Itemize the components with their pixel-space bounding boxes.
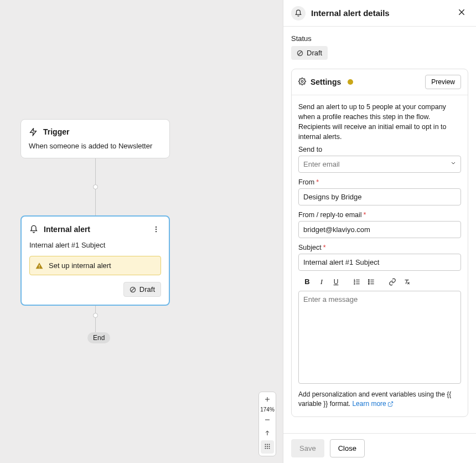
svg-line-40: [390, 402, 392, 404]
trigger-card[interactable]: Trigger When someone is added to Newslet…: [20, 119, 170, 158]
italic-button[interactable]: I: [317, 277, 326, 286]
warning-dot-icon: [348, 79, 353, 85]
close-button[interactable]: Close: [330, 439, 365, 457]
panel-header: Internal alert details: [283, 0, 476, 27]
flow-canvas[interactable]: Trigger When someone is added to Newslet…: [0, 0, 283, 463]
svg-point-11: [265, 444, 266, 445]
svg-point-2: [156, 231, 157, 232]
svg-point-15: [267, 446, 268, 447]
clear-formatting-button[interactable]: [402, 277, 411, 286]
svg-point-0: [156, 227, 157, 228]
svg-point-14: [265, 446, 266, 447]
learn-more-link[interactable]: Learn more: [352, 400, 393, 408]
panel-footer: Save Close: [283, 433, 476, 463]
connector-add-dot[interactable]: [93, 184, 98, 189]
alert-card-title: Internal alert: [44, 225, 90, 234]
connector-add-dot[interactable]: [93, 313, 98, 318]
from-label: From*: [298, 178, 461, 186]
svg-point-36: [368, 283, 369, 284]
zoom-out-button[interactable]: [259, 414, 276, 426]
preview-button[interactable]: Preview: [425, 75, 461, 89]
bold-button[interactable]: B: [303, 277, 312, 286]
more-icon[interactable]: [151, 224, 161, 234]
subject-label: Subject*: [298, 244, 461, 251]
status-label: Status: [291, 34, 468, 43]
draft-status-icon: [297, 50, 303, 56]
svg-point-12: [267, 444, 268, 445]
alert-card-subject: Internal alert #1 Subject: [29, 241, 161, 249]
from-input[interactable]: [298, 188, 461, 205]
grid-button[interactable]: [261, 440, 274, 454]
svg-point-1: [156, 229, 157, 230]
panel-body: Status Draft Settings Preview Send an al…: [283, 27, 476, 433]
svg-line-6: [131, 288, 134, 291]
underline-button[interactable]: U: [332, 277, 340, 286]
zoom-in-button[interactable]: [259, 393, 276, 405]
svg-point-24: [301, 80, 303, 83]
close-icon[interactable]: [455, 6, 468, 20]
alert-warning-text: Set up internal alert: [49, 261, 111, 270]
reply-to-label: From / reply-to email*: [298, 211, 461, 219]
details-panel: Internal alert details Status Draft Sett…: [283, 0, 476, 463]
trigger-title: Trigger: [43, 127, 69, 136]
svg-rect-3: [39, 265, 39, 267]
zoom-percent: 174%: [259, 405, 276, 414]
internal-alert-card[interactable]: Internal alert Internal alert #1 Subject…: [20, 215, 170, 306]
end-node: End: [87, 332, 110, 343]
svg-point-19: [269, 448, 270, 449]
trigger-description: When someone is added to Newsletter: [29, 142, 162, 150]
panel-title-text: Internal alert details: [311, 8, 390, 18]
svg-point-18: [267, 448, 268, 449]
zoom-controls: 174%: [258, 392, 276, 456]
send-to-select[interactable]: Enter email: [298, 156, 461, 173]
personalization-hint: Add personalization and event variables …: [298, 390, 461, 410]
bullet-list-button[interactable]: [367, 277, 376, 286]
bell-icon: [29, 225, 38, 234]
svg-line-37: [406, 280, 407, 284]
draft-status-icon: [130, 286, 136, 293]
status-value: Draft: [307, 49, 322, 57]
alert-warning-banner: Set up internal alert: [29, 256, 161, 275]
settings-card: Settings Preview Send an alert to up to …: [291, 69, 468, 417]
bell-icon: [291, 6, 306, 20]
message-textarea[interactable]: [298, 291, 461, 384]
svg-point-34: [368, 279, 369, 280]
link-button[interactable]: [388, 277, 397, 286]
draft-status-text: Draft: [139, 285, 155, 294]
save-button[interactable]: Save: [291, 439, 324, 457]
svg-point-17: [265, 448, 266, 449]
subject-input[interactable]: [298, 254, 461, 271]
svg-line-23: [298, 52, 302, 55]
warning-triangle-icon: [35, 262, 43, 270]
gear-icon: [298, 78, 306, 87]
svg-point-13: [269, 444, 270, 445]
settings-description: Send an alert to up to 5 people at your …: [298, 102, 461, 142]
draft-status-chip: Draft: [123, 282, 161, 297]
svg-point-16: [269, 446, 270, 447]
editor-toolbar: B I U 123: [298, 277, 461, 286]
external-link-icon: [387, 400, 394, 410]
numbered-list-button[interactable]: 123: [353, 277, 361, 286]
svg-text:3: 3: [354, 282, 355, 285]
status-chip: Draft: [291, 46, 328, 60]
svg-point-35: [368, 281, 369, 282]
settings-title-text: Settings: [311, 78, 341, 86]
svg-rect-4: [39, 267, 39, 267]
lightning-icon: [29, 127, 38, 136]
fit-button[interactable]: [259, 426, 276, 439]
reply-to-input[interactable]: [298, 221, 461, 238]
send-to-label: Send to: [298, 146, 461, 153]
